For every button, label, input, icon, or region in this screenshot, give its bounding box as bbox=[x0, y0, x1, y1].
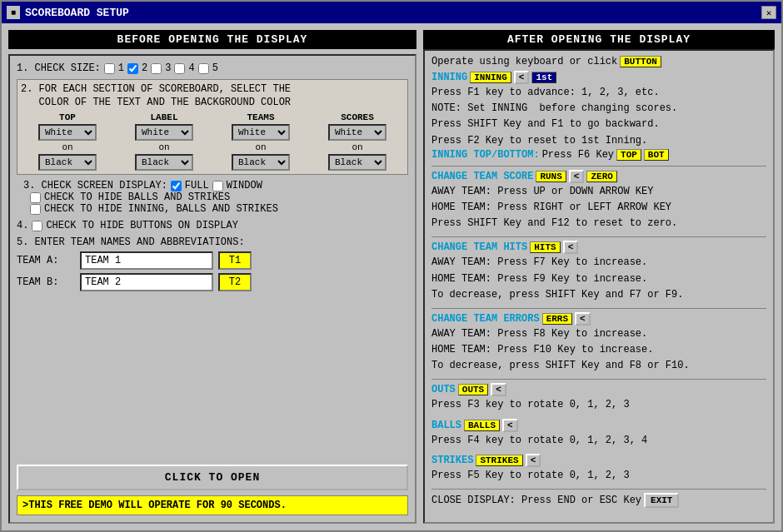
inning-line1: Press F1 key to advance: 1, 2, 3, etc. bbox=[431, 85, 766, 101]
inning-line2: NOTE: Set INNING before changing scores. bbox=[431, 101, 766, 117]
score-line2: HOME TEAM: Press RIGHT or LEFT ARROW KEY bbox=[431, 200, 766, 216]
inning-btn[interactable]: INNING bbox=[470, 72, 511, 83]
step4-prefix: 4. bbox=[17, 220, 28, 231]
label-bg-color[interactable]: BlackWhiteYellowRedGreenBlue bbox=[135, 154, 193, 171]
label-text-color[interactable]: WhiteBlackYellowRedGreenBlue bbox=[135, 124, 193, 141]
scores-text-color[interactable]: WhiteBlackYellowRedGreenBlue bbox=[328, 124, 387, 141]
inning-section: INNING INNING < 1st Press F1 key to adva… bbox=[431, 71, 766, 161]
hits-btn[interactable]: HITS bbox=[530, 241, 560, 253]
runs-btn[interactable]: RUNS bbox=[536, 171, 566, 182]
hits-line2: HOME TEAM: Press F9 Key to increase. bbox=[431, 271, 766, 287]
hits-arrow-btn[interactable]: < bbox=[563, 241, 579, 254]
hide-balls-checkbox[interactable] bbox=[30, 192, 41, 203]
balls-cyan-label: BALLS bbox=[431, 420, 461, 431]
right-panel: AFTER OPENING THE DISPLAY Operate using … bbox=[423, 30, 775, 524]
balls-btn[interactable]: BALLS bbox=[464, 420, 500, 431]
errors-line2: HOME TEAM: Press F10 Key to increase. bbox=[431, 342, 766, 358]
step3-section: 3. CHECK SCREEN DISPLAY: FULL WINDOW CHE… bbox=[17, 180, 408, 215]
score-cyan-label: CHANGE TEAM SCORE bbox=[431, 171, 533, 182]
size-1-checkbox[interactable] bbox=[104, 63, 115, 74]
balls-arrow-btn[interactable]: < bbox=[502, 419, 518, 432]
size-5-label: 5 bbox=[212, 62, 218, 74]
full-checkbox[interactable] bbox=[171, 181, 182, 191]
team-a-abbr[interactable] bbox=[218, 251, 252, 270]
color-col-top: TOP WhiteBlackYellowRedGreenBlue on Blac… bbox=[21, 112, 114, 171]
errs-btn[interactable]: ERRS bbox=[542, 313, 572, 325]
app-icon: ■ bbox=[7, 6, 20, 19]
left-panel-header: BEFORE OPENING THE DISPLAY bbox=[8, 30, 416, 49]
zero-btn[interactable]: ZERO bbox=[586, 171, 616, 182]
button-label-btn[interactable]: BUTTON bbox=[620, 56, 661, 67]
team-a-label: TEAM A: bbox=[17, 255, 75, 266]
teams-bg-color[interactable]: BlackWhiteYellowRedGreenBlue bbox=[232, 154, 290, 171]
score-section: CHANGE TEAM SCORE RUNS < ZERO AWAY TEAM:… bbox=[431, 170, 766, 232]
hits-header-row: CHANGE TEAM HITS HITS < bbox=[431, 241, 766, 254]
outs-arrow-btn[interactable]: < bbox=[491, 383, 506, 396]
outs-cyan-label: OUTS bbox=[431, 384, 456, 395]
errors-header-row: CHANGE TEAM ERRORS ERRS < bbox=[431, 312, 766, 326]
errors-line1: AWAY TEAM: Press F8 Key to increase. bbox=[431, 326, 766, 342]
hide-buttons-checkbox[interactable] bbox=[32, 221, 42, 231]
size-3-checkbox[interactable] bbox=[151, 63, 162, 74]
balls-header-row: BALLS BALLS < bbox=[431, 419, 766, 432]
hide-inning-checkbox[interactable] bbox=[30, 204, 41, 215]
errors-arrow-btn[interactable]: < bbox=[575, 312, 591, 326]
inning-line4: Press F2 Key to reset to 1st Inning. bbox=[431, 133, 766, 149]
right-panel-inner: Operate using keyboard or click BUTTON I… bbox=[423, 49, 775, 524]
inning-value-btn[interactable]: 1st bbox=[531, 72, 556, 83]
window-checkbox[interactable] bbox=[212, 181, 223, 191]
inning-topbot-text: Press F6 Key bbox=[542, 149, 614, 161]
inning-line3: Press SHIFT Key and F1 to go backward. bbox=[431, 117, 766, 132]
size-4-checkbox[interactable] bbox=[174, 63, 185, 74]
inning-arrow-btn[interactable]: < bbox=[514, 71, 530, 84]
exit-button[interactable]: EXIT bbox=[644, 493, 679, 508]
top-on-label: on bbox=[62, 142, 72, 152]
sep1 bbox=[431, 166, 766, 167]
size-3-label: 3 bbox=[165, 62, 171, 74]
size-2-checkbox[interactable] bbox=[127, 63, 138, 74]
team-a-input[interactable] bbox=[80, 251, 213, 270]
close-button[interactable]: ✕ bbox=[761, 6, 776, 19]
hide-balls-label: CHECK TO HIDE BALLS AND STRIKES bbox=[44, 191, 230, 203]
top-btn[interactable]: TOP bbox=[616, 149, 641, 161]
score-arrow-btn[interactable]: < bbox=[569, 170, 585, 183]
team-b-label: TEAM B: bbox=[17, 276, 75, 288]
open-button[interactable]: CLICK TO OPEN bbox=[17, 465, 408, 490]
main-content: BEFORE OPENING THE DISPLAY 1. CHECK SIZE… bbox=[2, 23, 781, 530]
right-panel-header: AFTER OPENING THE DISPLAY bbox=[423, 30, 775, 49]
size-5-checkbox[interactable] bbox=[198, 63, 209, 74]
sep4 bbox=[431, 379, 766, 380]
strikes-arrow-btn[interactable]: < bbox=[526, 454, 541, 467]
demo-bar: >THIS FREE DEMO WILL OPERATE FOR 90 SECO… bbox=[17, 495, 408, 515]
balls-section: BALLS BALLS < Press F4 key to rotate 0, … bbox=[431, 419, 766, 449]
inning-topbot-row: INNING TOP/BOTTOM: Press F6 Key TOP BOT bbox=[431, 149, 766, 161]
scores-bg-color[interactable]: BlackWhiteYellowRedGreenBlue bbox=[328, 154, 387, 171]
step1-row: 1. CHECK SIZE: 1 2 3 4 5 bbox=[17, 62, 408, 74]
step4-row: 4. CHECK TO HIDE BUTTONS ON DISPLAY bbox=[17, 220, 408, 231]
score-line3: Press SHIFT Key and F12 to reset to zero… bbox=[431, 216, 766, 231]
scores-on-label: on bbox=[352, 142, 362, 152]
inning-cyan-label: INNING bbox=[431, 72, 467, 83]
top-text-color[interactable]: WhiteBlackYellowRedGreenBlue bbox=[38, 124, 97, 141]
col-teams-header: TEAMS bbox=[247, 112, 274, 122]
top-bg-color[interactable]: BlackWhiteYellowRedGreenBlue bbox=[38, 154, 97, 171]
outs-btn[interactable]: OUTS bbox=[458, 384, 488, 395]
sep5 bbox=[431, 489, 766, 490]
outs-section: OUTS OUTS < Press F3 key to rotate 0, 1,… bbox=[431, 383, 766, 413]
team-b-abbr[interactable] bbox=[218, 273, 252, 291]
sep3 bbox=[431, 308, 766, 309]
color-columns: TOP WhiteBlackYellowRedGreenBlue on Blac… bbox=[21, 112, 404, 171]
sep2 bbox=[431, 236, 766, 237]
strikes-btn[interactable]: STRIKES bbox=[476, 455, 522, 466]
teams-text-color[interactable]: WhiteBlackYellowRedGreenBlue bbox=[232, 124, 290, 141]
col-label-header: LABEL bbox=[150, 112, 177, 122]
window-title: SCOREBOARD SETUP bbox=[25, 7, 129, 19]
balls-line1: Press F4 key to rotate 0, 1, 2, 3, 4 bbox=[431, 433, 766, 449]
strikes-header-row: STRIKES STRIKES < bbox=[431, 454, 766, 467]
team-b-input[interactable] bbox=[80, 273, 213, 291]
bot-btn[interactable]: BOT bbox=[644, 149, 669, 161]
size-1-label: 1 bbox=[118, 62, 124, 74]
window-label: WINDOW bbox=[227, 180, 262, 191]
strikes-cyan-label: STRIKES bbox=[431, 455, 473, 466]
left-panel-inner: 1. CHECK SIZE: 1 2 3 4 5 2. FOR EACH SEC… bbox=[8, 54, 416, 524]
